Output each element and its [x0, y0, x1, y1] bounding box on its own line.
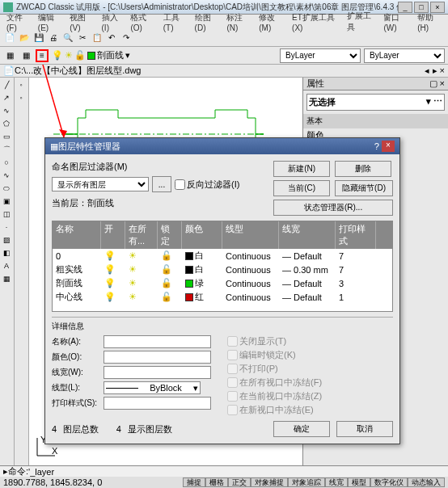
- detail-name-input[interactable]: [104, 335, 211, 348]
- new-icon[interactable]: 📄: [3, 32, 16, 44]
- detail-lweight-input[interactable]: [104, 366, 211, 379]
- status-正交[interactable]: 正交: [228, 477, 251, 487]
- aux2-icon[interactable]: ◦: [15, 92, 27, 103]
- cut-icon[interactable]: ✂: [76, 32, 89, 44]
- copy-icon[interactable]: 📋: [91, 32, 104, 44]
- spline-icon[interactable]: ∿: [1, 170, 12, 181]
- dialog-title-bar[interactable]: ▦ 图层特性管理器 ? ×: [45, 138, 399, 154]
- chk-freeze-new[interactable]: 在新视口中冻结(E): [227, 404, 322, 416]
- status-对象追踪[interactable]: 对象追踪: [288, 477, 325, 487]
- cancel-button[interactable]: 取消: [336, 421, 393, 437]
- menu-修改(M)[interactable]: 修改(M): [256, 12, 287, 32]
- undo-icon[interactable]: ↶: [105, 32, 118, 44]
- layer-manager-icon[interactable]: ≡: [36, 49, 49, 62]
- ok-button[interactable]: 确定: [273, 421, 330, 437]
- pline-icon[interactable]: ∿: [1, 105, 12, 116]
- status-对象捕捉[interactable]: 对象捕捉: [251, 477, 288, 487]
- text-icon[interactable]: A: [1, 260, 12, 271]
- print-icon[interactable]: 🖨: [47, 32, 60, 44]
- chk-off[interactable]: 关闭显示(T): [227, 335, 322, 347]
- document-tab[interactable]: 📄 C:\...改【中心线】图层线型.dwg ◂ ▸ ×: [0, 65, 448, 78]
- color-combo[interactable]: ByLayer: [280, 48, 361, 63]
- status-动态输入[interactable]: 动态输入: [408, 477, 445, 487]
- chk-freeze-cur[interactable]: 在当前视口中冻结(Z): [227, 390, 322, 402]
- layer-row[interactable]: 粗实线💡☀🔓 白Continuous— 0.30 mm7: [53, 263, 392, 276]
- status-栅格[interactable]: 栅格: [205, 477, 228, 487]
- hide-details-button[interactable]: 隐藏细节(D): [335, 180, 393, 196]
- ltype-combo[interactable]: ByLayer: [364, 48, 445, 63]
- col-header[interactable]: 名称: [53, 221, 101, 249]
- menu-编辑(E)[interactable]: 编辑(E): [35, 12, 65, 32]
- point-icon[interactable]: ·: [1, 221, 12, 233]
- state-manager-button[interactable]: 状态管理器(R)...: [273, 200, 393, 216]
- chk-lock[interactable]: 编辑时锁定(K): [227, 349, 322, 361]
- region-icon[interactable]: ◧: [1, 247, 12, 259]
- status-捕捉[interactable]: 捕捉: [183, 477, 205, 487]
- detail-pstyle-label: 打印样式(S):: [52, 398, 100, 409]
- status-数字化仪[interactable]: 数字化仪: [370, 477, 408, 487]
- menu-工具(T)[interactable]: 工具(T): [160, 12, 190, 32]
- layer-row[interactable]: 0💡☀🔓 白Continuous— Default7: [53, 249, 392, 263]
- menu-视图(V)[interactable]: 视图(V): [66, 12, 96, 32]
- menu-插入(I)[interactable]: 插入(I): [99, 12, 126, 32]
- detail-color-input[interactable]: [104, 351, 211, 364]
- block-icon[interactable]: ◫: [1, 208, 12, 220]
- set-current-button[interactable]: 当前(C): [273, 180, 330, 196]
- layer-row[interactable]: 中心线💡☀🔓 红Continuous— Default1: [53, 290, 392, 304]
- menu-帮助(H)[interactable]: 帮助(H): [414, 12, 445, 32]
- col-header[interactable]: 打印样式: [336, 221, 376, 249]
- rect-icon[interactable]: ▭: [1, 131, 12, 142]
- new-layer-button[interactable]: 新建(N): [273, 161, 330, 177]
- save-icon[interactable]: 💾: [32, 32, 45, 44]
- col-header[interactable]: 颜色: [182, 221, 222, 249]
- tb2-icon[interactable]: ▦: [19, 49, 32, 62]
- menu-ET扩展工具(X)[interactable]: ET扩展工具(X): [289, 12, 342, 32]
- invert-filter-checkbox[interactable]: 反向过滤器(I): [175, 179, 239, 191]
- aux1-icon[interactable]: ◦: [15, 79, 27, 90]
- circle-icon[interactable]: ○: [1, 157, 12, 168]
- polygon-icon[interactable]: ⬠: [1, 118, 12, 129]
- col-header[interactable]: 线型: [222, 221, 279, 249]
- dialog-title: 图层特性管理器: [58, 141, 120, 153]
- delete-layer-button[interactable]: 删除: [335, 161, 391, 177]
- layer-row[interactable]: 剖面线💡☀🔓 绿Continuous— Default3: [53, 276, 392, 290]
- dialog-close-icon[interactable]: ×: [382, 141, 395, 152]
- menu-格式(O)[interactable]: 格式(O): [127, 12, 158, 32]
- layer-combo[interactable]: 💡☀🔓 剖面线 ▾: [52, 49, 130, 61]
- menu-窗口(W)[interactable]: 窗口(W): [380, 12, 412, 32]
- xline-icon[interactable]: ↗: [1, 92, 12, 103]
- col-header[interactable]: 在所有...: [125, 221, 158, 249]
- insert-icon[interactable]: ▣: [1, 196, 12, 207]
- hatch-icon[interactable]: ▨: [1, 234, 12, 246]
- menu-绘图(D)[interactable]: 绘图(D): [192, 12, 222, 32]
- filter-combo[interactable]: 显示所有图层: [52, 177, 149, 191]
- detail-pstyle-input[interactable]: [104, 397, 211, 410]
- arc-icon[interactable]: ⌒: [1, 144, 12, 155]
- filter-browse-button[interactable]: ...: [152, 176, 171, 192]
- tb1-icon[interactable]: ▦: [3, 49, 16, 62]
- preview-icon[interactable]: 🔍: [61, 32, 74, 44]
- layer-grid[interactable]: 名称开在所有...锁定颜色线型线宽打印样式 0💡☀🔓 白Continuous— …: [52, 221, 393, 312]
- menu-标注(N)[interactable]: 标注(N): [223, 12, 254, 32]
- redo-icon[interactable]: ↷: [120, 32, 133, 44]
- detail-ltype-combo[interactable]: ByBlock▾: [104, 381, 201, 394]
- close-button[interactable]: ×: [430, 2, 445, 13]
- dialog-help-icon[interactable]: ?: [374, 141, 379, 151]
- command-line[interactable]: ▸ 命令: '_layer: [0, 465, 448, 477]
- chk-noplot[interactable]: 不打印(P): [227, 363, 322, 375]
- chk-freeze-all[interactable]: 在所有视口中冻结(F): [227, 377, 322, 389]
- menu-扩展工具[interactable]: 扩展工具: [344, 11, 378, 33]
- col-header[interactable]: 线宽: [279, 221, 336, 249]
- open-icon[interactable]: 📂: [18, 32, 31, 44]
- col-header[interactable]: 开: [101, 221, 125, 249]
- props-selection[interactable]: 无选择 ▾ ⋯: [306, 94, 445, 111]
- table-icon[interactable]: ▦: [1, 273, 12, 284]
- ellipse-icon[interactable]: ⬭: [1, 183, 12, 194]
- maximize-button[interactable]: □: [414, 2, 429, 13]
- line-icon[interactable]: ╱: [1, 79, 12, 90]
- menu-文件(F)[interactable]: 文件(F): [3, 12, 33, 32]
- minimize-button[interactable]: _: [398, 2, 412, 13]
- status-线宽[interactable]: 线宽: [325, 477, 348, 487]
- status-模型[interactable]: 模型: [348, 477, 370, 487]
- col-header[interactable]: 锁定: [158, 221, 182, 249]
